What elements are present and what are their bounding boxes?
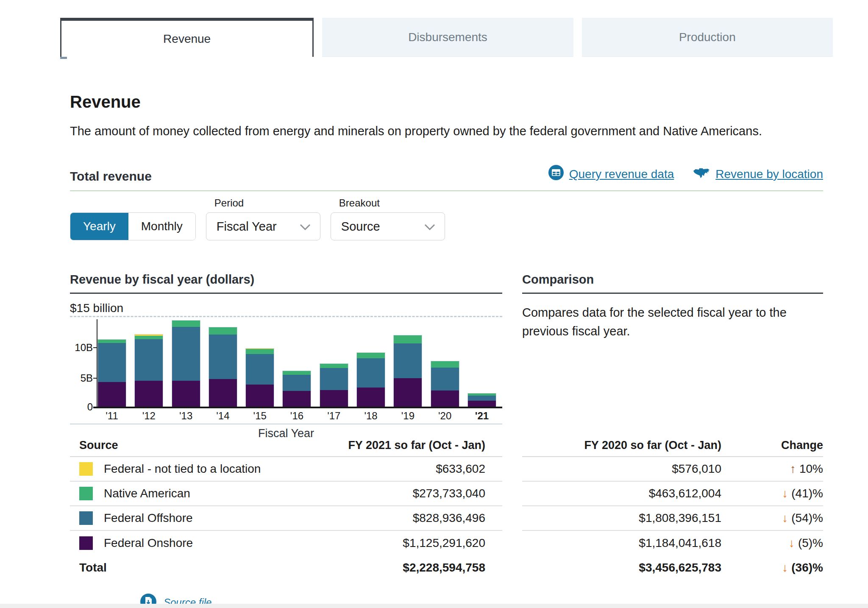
fy2020-value: $1,808,396,151 bbox=[522, 511, 721, 525]
x-axis-baseline bbox=[93, 407, 502, 408]
bars-container bbox=[98, 321, 496, 407]
y-tickmark bbox=[93, 347, 97, 348]
tab-bar: Revenue Disbursements Production bbox=[60, 18, 833, 57]
next-section-divider bbox=[0, 604, 868, 608]
x-axis-label: '16 bbox=[283, 410, 311, 422]
chevron-down-icon bbox=[424, 220, 435, 234]
query-revenue-data-label: Query revenue data bbox=[569, 167, 674, 181]
bar-segment bbox=[468, 396, 496, 401]
bar-segment bbox=[431, 368, 459, 390]
table-row: $576,010↑10% bbox=[522, 457, 823, 482]
breakout-select[interactable]: Source bbox=[331, 212, 445, 240]
bar-fy19[interactable] bbox=[394, 335, 422, 407]
fy2020-value: $1,184,041,618 bbox=[522, 536, 721, 550]
total-label: Total bbox=[70, 561, 107, 575]
bar-segment bbox=[209, 379, 237, 407]
down-arrow-icon: ↓ bbox=[782, 561, 788, 574]
down-arrow-icon: ↓ bbox=[789, 536, 795, 549]
fy2020-value: $576,010 bbox=[522, 462, 721, 476]
bar-fy21[interactable] bbox=[468, 393, 496, 407]
bar-segment bbox=[246, 349, 274, 354]
query-revenue-data-link[interactable]: Query revenue data bbox=[548, 165, 674, 184]
up-arrow-icon: ↑ bbox=[790, 462, 796, 475]
legend-swatch bbox=[79, 511, 93, 525]
down-arrow-icon: ↓ bbox=[782, 511, 788, 524]
fy2021-value: $633,602 bbox=[436, 462, 502, 476]
x-axis-label: '12 bbox=[135, 410, 163, 422]
bar-segment bbox=[135, 336, 163, 339]
x-axis-label: '13 bbox=[172, 410, 200, 422]
down-arrow-icon: ↓ bbox=[782, 487, 788, 500]
tab-production[interactable]: Production bbox=[582, 18, 833, 57]
bar-segment bbox=[394, 335, 422, 343]
comparison-description: Compares data for the selected fiscal ye… bbox=[522, 303, 815, 340]
bar-segment bbox=[357, 358, 385, 388]
source-column-header: Source bbox=[70, 439, 118, 452]
period-select-value: Fiscal Year bbox=[217, 220, 277, 234]
bar-segment bbox=[320, 364, 348, 368]
bar-fy14[interactable] bbox=[209, 327, 237, 407]
bar-fy18[interactable] bbox=[357, 353, 385, 407]
bar-segment bbox=[283, 375, 311, 391]
bar-fy11[interactable] bbox=[98, 340, 126, 407]
total-fy2020-value: $3,456,625,783 bbox=[522, 561, 721, 575]
bar-fy17[interactable] bbox=[320, 364, 348, 407]
bar-segment bbox=[209, 327, 237, 335]
table-row: Federal - not tied to a location$633,602 bbox=[70, 457, 502, 482]
bar-fy13[interactable] bbox=[172, 321, 200, 407]
yearly-toggle-button[interactable]: Yearly bbox=[70, 213, 128, 240]
bar-fy16[interactable] bbox=[283, 371, 311, 407]
source-name: Federal Onshore bbox=[104, 536, 403, 550]
revenue-by-location-link[interactable]: Revenue by location bbox=[693, 167, 823, 181]
table-row: $1,184,041,618↓(5)% bbox=[522, 531, 823, 555]
legend-swatch bbox=[79, 536, 93, 550]
breakout-select-value: Source bbox=[341, 220, 380, 234]
table-row: $1,808,396,151↓(54)% bbox=[522, 506, 823, 531]
bar-segment bbox=[357, 388, 385, 407]
page-description: The amount of money collected from energ… bbox=[70, 124, 833, 138]
total-row: $3,456,625,783 ↓(36)% bbox=[522, 555, 823, 580]
us-map-icon bbox=[693, 167, 710, 181]
tab-disbursements[interactable]: Disbursements bbox=[322, 18, 573, 57]
bar-segment bbox=[246, 385, 274, 407]
fy2020-column-header: FY 2020 so far (Oct - Jan) bbox=[522, 439, 721, 452]
x-axis-label: '11 bbox=[98, 410, 126, 422]
bar-segment bbox=[431, 390, 459, 407]
bar-segment bbox=[320, 368, 348, 390]
bar-segment bbox=[357, 353, 385, 359]
table-row: $463,612,004↓(41)% bbox=[522, 482, 823, 506]
y-axis-top-label: $15 billion bbox=[70, 301, 502, 315]
bar-fy12[interactable] bbox=[135, 335, 163, 407]
change-value: ↓(41)% bbox=[721, 487, 823, 500]
bar-segment bbox=[320, 390, 348, 408]
comparison-title: Comparison bbox=[522, 273, 823, 294]
bar-segment bbox=[283, 371, 311, 375]
bar-segment bbox=[172, 327, 200, 381]
x-axis-label: '18 bbox=[357, 410, 385, 422]
x-axis-label: '20 bbox=[431, 410, 459, 422]
chevron-down-icon bbox=[300, 220, 311, 234]
tab-revenue[interactable]: Revenue bbox=[60, 18, 314, 57]
bar-segment bbox=[394, 343, 422, 379]
y-tick-0: 0 bbox=[70, 401, 93, 413]
fy2020-value: $463,612,004 bbox=[522, 487, 721, 500]
total-fy2021-value: $2,228,594,758 bbox=[403, 561, 502, 575]
total-change-value: ↓(36)% bbox=[721, 561, 823, 575]
monthly-toggle-button[interactable]: Monthly bbox=[128, 213, 195, 240]
x-axis-label: '14 bbox=[209, 410, 237, 422]
y-axis-line bbox=[97, 319, 97, 407]
period-type-toggle: Yearly Monthly bbox=[70, 212, 196, 240]
page-title: Revenue bbox=[70, 92, 868, 112]
change-column-header: Change bbox=[721, 439, 823, 452]
revenue-by-location-label: Revenue by location bbox=[715, 167, 823, 181]
y-tick-10b: 10B bbox=[70, 342, 93, 354]
bar-segment bbox=[283, 391, 311, 407]
bar-segment bbox=[98, 382, 126, 407]
x-axis-rule bbox=[70, 424, 502, 424]
change-value: ↓(54)% bbox=[721, 511, 823, 525]
change-value: ↑10% bbox=[721, 462, 823, 476]
bar-fy15[interactable] bbox=[246, 349, 274, 407]
table-icon bbox=[548, 165, 564, 184]
period-select[interactable]: Fiscal Year bbox=[206, 212, 320, 240]
bar-fy20[interactable] bbox=[431, 361, 459, 407]
